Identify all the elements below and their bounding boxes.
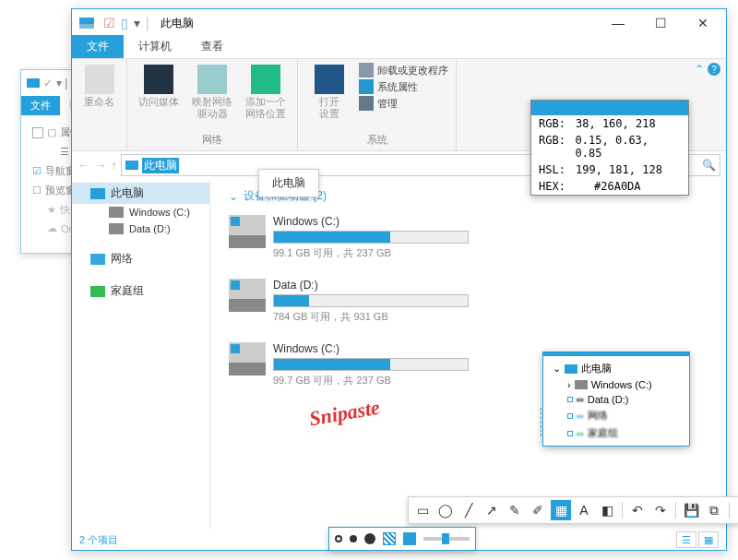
tool-ellipse-icon[interactable]: ◯ [435, 500, 456, 520]
manage-button[interactable]: 管理 [359, 96, 448, 111]
drive-icon [229, 279, 266, 312]
nav-forward-icon[interactable]: → [94, 158, 107, 173]
titlebar: ☑ ▯ ▾ | 此电脑 — ☐ ✕ [72, 9, 726, 37]
rgb-float: 0.15, 0.63, 0.85 [576, 134, 681, 160]
tree-item[interactable]: ›Windows (C:) [547, 377, 685, 392]
chevron-down-icon: ⌄ [229, 190, 238, 203]
redo-icon[interactable]: ↷ [650, 500, 671, 520]
size-large-icon[interactable] [364, 533, 375, 544]
tool-marker-icon[interactable]: ✐ [528, 500, 548, 520]
ribbon-tabs: 文件 计算机 查看 [72, 37, 726, 59]
opacity-slider[interactable] [423, 537, 470, 541]
pc-icon [27, 78, 40, 88]
explorer-window: ☑ ▯ ▾ | 此电脑 — ☐ ✕ 文件 计算机 查看 重命名 访问媒体 映射网… [71, 8, 727, 551]
drive-icon [109, 223, 124, 234]
floating-tree[interactable]: ⌄此电脑 ›Windows (C:) ▪▪Data (D:) ▪▪网络 ▪▪家庭… [542, 351, 690, 447]
homegroup-icon [90, 286, 105, 297]
uninstall-button[interactable]: 卸载或更改程序 [359, 63, 448, 77]
network-icon [90, 254, 105, 265]
sidebar-item-network[interactable]: 网络 [72, 248, 209, 269]
qat-check-icon[interactable]: ☑ [103, 16, 115, 30]
tool-arrow-icon[interactable]: ↗ [482, 500, 502, 520]
tab-computer[interactable]: 计算机 [124, 35, 186, 58]
search-icon: 🔍 [702, 159, 716, 172]
drive-name: Windows (C:) [273, 342, 469, 355]
rename-button[interactable]: 重命名 [79, 63, 119, 108]
close-button[interactable]: ✕ [682, 9, 724, 37]
access-media-button[interactable]: 访问媒体 [135, 63, 183, 108]
nav-up-icon[interactable]: ↑ [111, 158, 117, 173]
window-title: 此电脑 [161, 16, 194, 31]
drive-icon [229, 342, 266, 375]
tree-item[interactable]: ▪▪Data (D:) [547, 392, 685, 407]
annotation-toolbar: ▭ ◯ ╱ ↗ ✎ ✐ ▦ A ◧ ↶ ↷ 💾 ⧉ ✓ [408, 496, 738, 524]
hsl: 199, 181, 128 [576, 163, 662, 176]
tool-rect-icon[interactable]: ▭ [412, 500, 433, 520]
nav-back-icon[interactable]: ← [77, 158, 90, 173]
ribbon-collapse-icon[interactable]: ⌃ [695, 63, 704, 76]
drive-item[interactable]: Windows (C:) 99.1 GB 可用，共 237 GB [229, 215, 469, 260]
sidebar-item-homegroup[interactable]: 家庭组 [72, 280, 209, 302]
view-details-button[interactable]: ☰ [676, 531, 696, 548]
tree-item[interactable]: ▪▪网络 [547, 407, 685, 424]
drive-item[interactable]: Data (D:) 784 GB 可用，共 931 GB [229, 279, 469, 324]
sidebar-item-thispc[interactable]: 此电脑 [72, 183, 209, 204]
drive-name: Data (D:) [273, 279, 469, 292]
tool-mosaic-icon[interactable]: ▦ [551, 500, 571, 520]
view-icons-button[interactable]: ▦ [698, 531, 719, 548]
tool-text-icon[interactable]: A [574, 500, 594, 520]
add-location-button[interactable]: 添加一个 网络位置 [242, 63, 290, 120]
drive-usage-bar [273, 358, 469, 371]
fill-solid-icon[interactable] [403, 532, 416, 545]
maximize-button[interactable]: ☐ [639, 9, 682, 37]
color-picker: RGB:38, 160, 218 RGB:0.15, 0.63, 0.85 HS… [530, 100, 689, 196]
style-toolbar [328, 527, 476, 551]
drive-name: Windows (C:) [273, 215, 469, 228]
ghost-tab-file[interactable]: 文件 [21, 96, 60, 115]
hex: #26A0DA [594, 180, 641, 193]
qat-doc-icon[interactable]: ▯ [121, 16, 128, 30]
pc-icon [125, 161, 138, 170]
rgb-int: 38, 160, 218 [576, 117, 656, 130]
drive-stat: 99.1 GB 可用，共 237 GB [273, 246, 469, 260]
drive-stat: 784 GB 可用，共 931 GB [273, 310, 469, 324]
minimize-button[interactable]: — [597, 9, 639, 37]
undo-icon[interactable]: ↶ [627, 500, 648, 520]
pc-icon [90, 188, 105, 199]
drive-stat: 99.7 GB 可用，共 237 GB [273, 374, 469, 387]
tab-file[interactable]: 文件 [72, 35, 124, 58]
tool-pencil-icon[interactable]: ✎ [505, 500, 525, 520]
map-drive-button[interactable]: 映射网络 驱动器 [188, 63, 236, 120]
drive-icon [109, 207, 124, 218]
copy-icon[interactable]: ⧉ [704, 500, 724, 520]
drive-item[interactable]: Windows (C:) 99.7 GB 可用，共 237 GB [229, 342, 469, 387]
help-icon[interactable]: ? [708, 63, 720, 76]
sysprops-button[interactable]: 系统属性 [359, 79, 448, 94]
drive-usage-bar [273, 231, 469, 244]
pc-icon [79, 18, 94, 29]
color-swatch [531, 101, 688, 115]
qat-dropdown-icon[interactable]: ▾ [134, 16, 140, 30]
fill-hatch-icon[interactable] [383, 532, 396, 545]
sidebar: 此电脑 Windows (C:) Data (D:) 网络 家庭组 [72, 179, 210, 530]
tree-item[interactable]: ▪▪家庭组 [547, 424, 685, 442]
confirm-icon[interactable]: ✓ [734, 500, 738, 520]
sidebar-item-ddrive[interactable]: Data (D:) [72, 220, 209, 237]
size-med-icon[interactable] [350, 535, 357, 542]
tooltip: 此电脑 [258, 169, 319, 197]
tab-view[interactable]: 查看 [186, 35, 238, 58]
sidebar-item-cdrive[interactable]: Windows (C:) [72, 204, 209, 220]
drive-icon [229, 215, 266, 248]
drive-usage-bar [273, 294, 469, 307]
tree-root[interactable]: ⌄此电脑 [547, 360, 685, 377]
status-item-count: 2 个项目 [79, 533, 118, 547]
tool-line-icon[interactable]: ╱ [458, 500, 479, 520]
tool-eraser-icon[interactable]: ◧ [597, 500, 617, 520]
save-icon[interactable]: 💾 [681, 500, 701, 520]
size-small-icon[interactable] [335, 535, 342, 542]
open-settings-button[interactable]: 打开 设置 [305, 63, 353, 120]
